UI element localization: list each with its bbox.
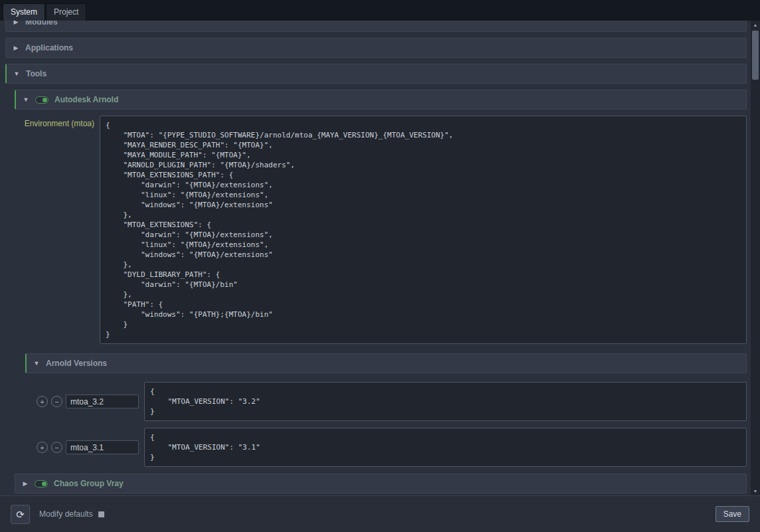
chevron-down-icon: ▼ <box>23 96 29 103</box>
modify-defaults-label: Modify defaults <box>39 509 93 519</box>
version-json-text: { "MTOA_VERSION": "3.1" } <box>150 432 741 462</box>
tab-system[interactable]: System <box>3 3 45 21</box>
remove-version-button[interactable]: − <box>51 396 62 407</box>
section-label-applications: Applications <box>25 43 73 52</box>
scroll-down-icon[interactable]: ▼ <box>753 487 758 495</box>
section-header-autodesk-arnold[interactable]: ▼ Autodesk Arnold <box>15 90 747 110</box>
scrollbar-track[interactable] <box>751 29 760 487</box>
version-json-editor[interactable]: { "MTOA_VERSION": "3.2" } <box>144 382 747 421</box>
section-header-chaos-group-vray[interactable]: ▶ Chaos Group Vray <box>15 474 747 493</box>
footer-bar: ⟳ Modify defaults Save <box>0 495 760 532</box>
version-name-input[interactable] <box>66 395 139 408</box>
version-json-editor[interactable]: { "MTOA_VERSION": "3.1" } <box>144 428 747 467</box>
chevron-right-icon: ▶ <box>22 480 29 487</box>
section-header-modules[interactable]: ▶ Modules <box>5 21 747 32</box>
environment-row: Environment (mtoa) { "MTOA": "{PYPE_STUD… <box>15 116 747 344</box>
section-label-autodesk-arnold: Autodesk Arnold <box>54 95 118 104</box>
chevron-down-icon: ▼ <box>33 360 40 367</box>
section-label-chaos-group-vray: Chaos Group Vray <box>54 479 124 488</box>
version-name-input[interactable] <box>66 440 139 454</box>
settings-content: ▶ Modules ▶ Applications ▼ Tools ▼ Autod… <box>0 21 751 495</box>
settings-window: System Project ▶ Modules ▶ Applications … <box>0 0 760 532</box>
environment-json-text: { "MTOA": "{PYPE_STUDIO_SOFTWARE}/arnold… <box>106 120 741 339</box>
save-button[interactable]: Save <box>715 506 749 522</box>
tools-section-body: ▼ Autodesk Arnold Environment (mtoa) { "… <box>15 90 747 493</box>
section-header-arnold-versions[interactable]: ▼ Arnold Versions <box>25 353 747 373</box>
scroll-up-icon[interactable]: ▲ <box>753 21 758 29</box>
version-json-text: { "MTOA_VERSION": "3.2" } <box>150 387 741 416</box>
arnold-version-row: + − { "MTOA_VERSION": "3.2" } <box>37 382 747 421</box>
arnold-version-row: + − { "MTOA_VERSION": "3.1" } <box>37 428 747 467</box>
refresh-icon: ⟳ <box>16 509 25 520</box>
tab-bar: System Project <box>0 0 760 21</box>
scrollbar-thumb[interactable] <box>752 31 759 80</box>
section-label-arnold-versions: Arnold Versions <box>46 359 107 368</box>
modify-defaults-checkbox[interactable] <box>98 511 104 517</box>
settings-scroll-area: ▶ Modules ▶ Applications ▼ Tools ▼ Autod… <box>0 21 760 495</box>
environment-json-editor[interactable]: { "MTOA": "{PYPE_STUDIO_SOFTWARE}/arnold… <box>100 116 747 344</box>
add-version-button[interactable]: + <box>37 442 48 453</box>
arnold-enabled-toggle-icon[interactable] <box>35 96 48 104</box>
vray-enabled-toggle-icon[interactable] <box>35 480 48 488</box>
remove-version-button[interactable]: − <box>51 442 62 453</box>
section-label-tools: Tools <box>26 69 47 78</box>
environment-label: Environment (mtoa) <box>15 116 100 344</box>
chevron-right-icon: ▶ <box>13 21 19 25</box>
chevron-right-icon: ▶ <box>13 44 19 51</box>
chevron-down-icon: ▼ <box>13 70 20 77</box>
tab-project[interactable]: Project <box>46 3 86 21</box>
tab-system-label: System <box>11 7 37 17</box>
add-version-button[interactable]: + <box>37 396 48 407</box>
section-header-applications[interactable]: ▶ Applications <box>5 38 747 58</box>
vertical-scrollbar[interactable]: ▲ ▼ <box>751 21 760 495</box>
tab-project-label: Project <box>54 7 78 17</box>
section-header-tools[interactable]: ▼ Tools <box>5 64 747 84</box>
section-label-modules: Modules <box>25 21 58 27</box>
refresh-button[interactable]: ⟳ <box>11 505 30 524</box>
